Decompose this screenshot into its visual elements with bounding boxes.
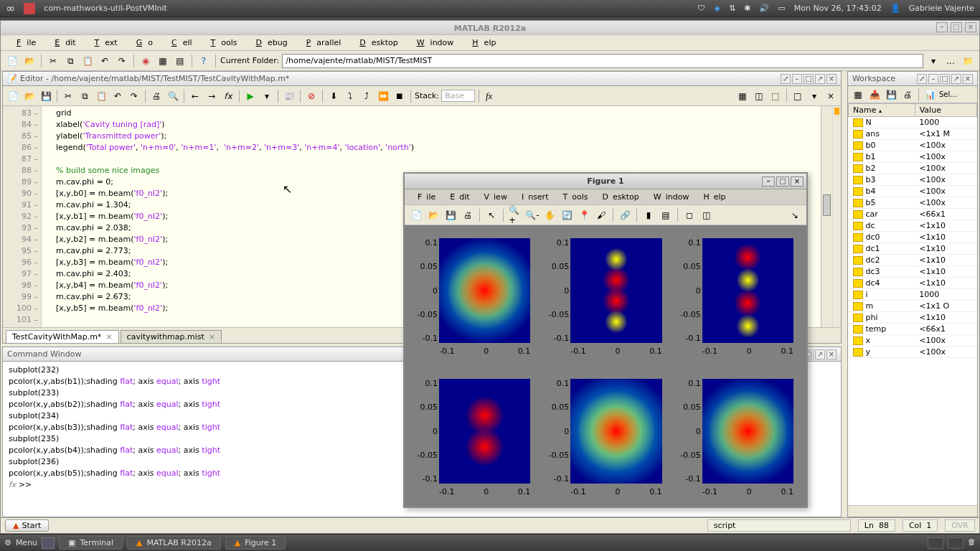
pointer-icon[interactable]: ↖ bbox=[484, 208, 499, 222]
breakpoint-clear-icon[interactable]: ⊘ bbox=[304, 89, 319, 103]
help-icon[interactable]: ? bbox=[197, 54, 211, 68]
user-label[interactable]: Gabriele Vajente bbox=[909, 4, 974, 13]
workspace-var-row[interactable]: phi<1x10 bbox=[849, 312, 977, 324]
workspace-var-row[interactable]: b2<100x bbox=[849, 163, 977, 174]
close-panel-icon[interactable]: × bbox=[963, 74, 973, 84]
workspace-var-row[interactable]: N1000 bbox=[849, 117, 977, 128]
close-tab-icon[interactable]: × bbox=[105, 332, 112, 342]
subplot-1[interactable]: 0.10.050-0.05-0.1-0.100.1 bbox=[412, 232, 536, 359]
fx-nav-icon[interactable]: fx bbox=[221, 89, 235, 103]
datatip-icon[interactable]: 📍 bbox=[577, 208, 591, 222]
close-panel-icon[interactable]: × bbox=[826, 349, 837, 359]
open-folder-icon[interactable]: 📂 bbox=[22, 54, 37, 68]
menu-file[interactable]: File bbox=[5, 37, 42, 49]
step-in-icon[interactable]: ⤵ bbox=[343, 89, 357, 103]
minimize-button[interactable]: – bbox=[936, 22, 948, 32]
colorbar-icon[interactable]: ▮ bbox=[641, 208, 656, 222]
network-icon[interactable]: ⇅ bbox=[729, 4, 735, 13]
fx-button[interactable]: fx bbox=[483, 90, 495, 102]
layout-dropdown-icon[interactable]: ▾ bbox=[807, 89, 821, 103]
menu-cell[interactable]: Cell bbox=[160, 37, 198, 49]
code-analyzer-bar[interactable] bbox=[832, 106, 841, 327]
undock-panel-icon[interactable]: ↗ bbox=[951, 74, 961, 84]
workspace-var-row[interactable]: dc1<1x10 bbox=[849, 243, 977, 255]
stack-dropdown[interactable]: Base bbox=[441, 90, 475, 102]
link-icon[interactable]: 🔗 bbox=[618, 208, 632, 222]
workspace-var-row[interactable]: dc<1x10 bbox=[849, 220, 977, 232]
close-button[interactable]: × bbox=[965, 22, 976, 32]
infinity-icon[interactable]: ∞ bbox=[6, 1, 15, 15]
paste-icon[interactable]: 📋 bbox=[94, 89, 108, 103]
workspace-var-row[interactable]: y<100x bbox=[849, 347, 977, 358]
layout-1-icon[interactable]: ▦ bbox=[735, 89, 750, 103]
scrollbar-thumb[interactable] bbox=[823, 194, 831, 216]
undo-icon[interactable]: ↶ bbox=[110, 89, 125, 103]
open-icon[interactable]: 📂 bbox=[22, 89, 37, 103]
workspace-var-row[interactable]: b4<100x bbox=[849, 186, 977, 197]
task-matlab[interactable]: ▲MATLAB R2012a bbox=[127, 536, 221, 550]
up-folder-icon[interactable]: 📁 bbox=[961, 54, 975, 68]
step-out-icon[interactable]: ⤴ bbox=[359, 89, 374, 103]
col-name-header[interactable]: Name ▴ bbox=[849, 104, 915, 117]
undock-panel-icon[interactable]: ↗ bbox=[815, 349, 825, 359]
copy-icon[interactable]: ⧉ bbox=[63, 54, 77, 68]
show-desktop-icon[interactable] bbox=[42, 537, 55, 549]
pan-icon[interactable]: ✋ bbox=[542, 208, 557, 222]
volume-icon[interactable]: 🔊 bbox=[759, 4, 769, 13]
print-icon[interactable]: 🖨 bbox=[149, 89, 164, 103]
rotate-icon[interactable]: 🔄 bbox=[560, 208, 574, 222]
save-fig-icon[interactable]: 💾 bbox=[443, 208, 458, 222]
new-file-icon[interactable]: 📄 bbox=[5, 54, 19, 68]
run-icon[interactable]: ▶ bbox=[243, 89, 258, 103]
close-tab-icon[interactable]: × bbox=[209, 332, 215, 342]
fig-menu-insert[interactable]: Insert bbox=[513, 191, 553, 203]
minimize-button[interactable]: – bbox=[762, 176, 775, 187]
menu-edit[interactable]: Edit bbox=[43, 37, 81, 49]
cube-icon[interactable]: ◈ bbox=[714, 4, 720, 13]
task-figure[interactable]: ▲Figure 1 bbox=[225, 536, 286, 550]
open-fig-icon[interactable]: 📂 bbox=[426, 208, 440, 222]
show-tools-icon[interactable]: ◫ bbox=[699, 208, 714, 222]
close-doc-icon[interactable]: × bbox=[824, 89, 838, 103]
subplot-4[interactable]: 0.10.050-0.05-0.1-0.100.1 bbox=[412, 373, 536, 499]
cut-icon[interactable]: ✂ bbox=[61, 89, 75, 103]
workspace-var-row[interactable]: b0<100x bbox=[849, 140, 977, 151]
workspace-var-row[interactable]: b3<100x bbox=[849, 174, 977, 186]
menu-window[interactable]: Window bbox=[405, 37, 460, 49]
plot-icon[interactable]: 📊 bbox=[923, 88, 937, 102]
fig-menu-desktop[interactable]: Desktop bbox=[593, 191, 643, 203]
workspace-var-row[interactable]: dc0<1x10 bbox=[849, 232, 977, 243]
subplot-2[interactable]: 0.10.050-0.05-0.1-0.100.1 bbox=[543, 232, 667, 359]
maximize-button[interactable]: □ bbox=[951, 22, 962, 32]
shield-icon[interactable]: 🛡 bbox=[697, 4, 705, 13]
workspace-var-row[interactable]: b1<100x bbox=[849, 151, 977, 163]
figure-window[interactable]: Figure 1 – □ × FileEditViewInsertToolsDe… bbox=[403, 172, 808, 508]
profiler-icon[interactable]: ▤ bbox=[173, 54, 187, 68]
import-icon[interactable]: 📥 bbox=[867, 88, 882, 102]
menu-tools[interactable]: Tools bbox=[199, 37, 243, 49]
select-dropdown[interactable]: Sel... bbox=[939, 90, 957, 98]
app-icon[interactable] bbox=[24, 3, 35, 14]
subplot-3[interactable]: 0.10.050-0.05-0.1-0.100.1 bbox=[675, 232, 799, 359]
file-tab[interactable]: cavitywithmap.mist× bbox=[121, 330, 222, 343]
editor-scrollbar[interactable] bbox=[821, 106, 832, 327]
back-icon[interactable]: ← bbox=[188, 89, 202, 103]
warning-indicator-icon[interactable] bbox=[834, 108, 839, 115]
run-dropdown-icon[interactable]: ▾ bbox=[260, 89, 274, 103]
file-tab[interactable]: TestCavityWithMap.m*× bbox=[6, 330, 119, 343]
trash-icon[interactable]: 🗑 bbox=[968, 537, 976, 549]
dock-icon[interactable]: ⤢ bbox=[917, 74, 927, 84]
workspace-switcher-1[interactable] bbox=[928, 537, 943, 549]
simulink-icon[interactable]: ◉ bbox=[138, 54, 153, 68]
print-ws-icon[interactable]: 🖨 bbox=[900, 88, 915, 102]
zoom-in-icon[interactable]: 🔍+ bbox=[508, 208, 522, 222]
maximize-button[interactable]: □ bbox=[776, 176, 789, 187]
fig-menu-edit[interactable]: Edit bbox=[441, 191, 473, 203]
workspace-var-row[interactable]: dc4<1x10 bbox=[849, 278, 977, 289]
menu-debug[interactable]: Debug bbox=[245, 37, 293, 49]
find-icon[interactable]: 🔍 bbox=[166, 89, 180, 103]
user-icon[interactable]: 👤 bbox=[890, 4, 900, 13]
undo-icon[interactable]: ↶ bbox=[98, 54, 112, 68]
menu-button[interactable]: ⚙Menu bbox=[4, 538, 37, 547]
workspace-table[interactable]: Name ▴ Value N1000ans<1x1 Mb0<100xb1<100… bbox=[848, 103, 977, 505]
